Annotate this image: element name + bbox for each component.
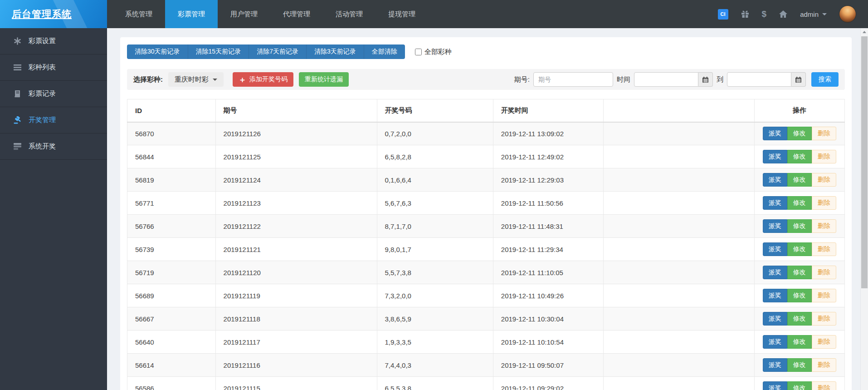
nav-item[interactable]: 用户管理 — [218, 0, 270, 28]
add-draw-number-button[interactable]: ＋ 添加开奖号码 — [233, 72, 293, 87]
numbers-cell: 0,1,6,6,4 — [377, 168, 493, 192]
pay-button[interactable]: 派奖 — [763, 219, 787, 233]
delete-button[interactable]: 删除 — [812, 219, 836, 233]
pay-button[interactable]: 派奖 — [763, 173, 787, 187]
col-time: 开奖时间 — [493, 99, 604, 122]
sidebar-item[interactable]: 彩票记录 — [0, 81, 107, 107]
col-issue: 期号 — [215, 99, 377, 122]
pay-button[interactable]: 派奖 — [763, 196, 787, 210]
issue-cell: 2019121122 — [215, 215, 377, 238]
issue-cell: 2019121126 — [215, 122, 377, 145]
nav-item[interactable]: 系统管理 — [112, 0, 165, 28]
calendar-icon[interactable] — [698, 72, 713, 87]
edit-button[interactable]: 修改 — [787, 335, 812, 349]
pay-button[interactable]: 派奖 — [763, 381, 787, 390]
edit-button[interactable]: 修改 — [787, 289, 812, 302]
pay-button[interactable]: 派奖 — [763, 150, 787, 163]
pay-button[interactable]: 派奖 — [763, 266, 787, 279]
filter-bar: 选择彩种: 重庆时时彩 ＋ 添加开奖号码 重新统计遗漏 期号: 时间 — [127, 69, 845, 90]
scroll-up-button[interactable] — [861, 28, 868, 36]
sidebar-item[interactable]: 系统开奖 — [0, 133, 107, 160]
clear-records-button[interactable]: 清除30天前记录 — [127, 44, 188, 59]
table-row: 5671920191211205,5,7,3,82019-12-11 11:10… — [127, 261, 845, 284]
issue-input[interactable] — [533, 72, 613, 87]
pay-button[interactable]: 派奖 — [763, 242, 787, 256]
to-label: 到 — [717, 75, 723, 84]
empty-cell — [604, 122, 754, 145]
sidebar-item[interactable]: 彩票设置 — [0, 28, 107, 54]
main-content: 清除30天前记录清除15天前记录清除7天前记录清除3天前记录全部清除 全部彩种 … — [107, 28, 860, 390]
actions-cell: 派奖修改删除 — [754, 215, 844, 238]
clear-records-button[interactable]: 清除3天前记录 — [307, 44, 364, 59]
avatar[interactable] — [839, 5, 856, 23]
edit-button[interactable]: 修改 — [787, 242, 812, 256]
pay-button[interactable]: 派奖 — [763, 312, 787, 326]
all-lottery-checkbox-wrap[interactable]: 全部彩种 — [415, 48, 452, 56]
clear-records-button[interactable]: 全部清除 — [364, 44, 405, 59]
row-action-group: 派奖修改删除 — [763, 173, 836, 187]
actions-cell: 派奖修改删除 — [754, 377, 844, 390]
numbers-cell: 0,7,2,0,0 — [377, 122, 493, 145]
edit-button[interactable]: 修改 — [787, 358, 812, 372]
pay-button[interactable]: 派奖 — [763, 358, 787, 372]
top-navbar: 后台管理系统 系统管理彩票管理用户管理代理管理活动管理提现管理 CI $ adm… — [0, 0, 868, 28]
clear-records-button[interactable]: 清除7天前记录 — [249, 44, 307, 59]
edit-button[interactable]: 修改 — [787, 312, 812, 326]
pay-button[interactable]: 派奖 — [763, 335, 787, 349]
pay-button[interactable]: 派奖 — [763, 127, 787, 140]
edit-button[interactable]: 修改 — [787, 219, 812, 233]
delete-button[interactable]: 删除 — [812, 150, 836, 163]
delete-button[interactable]: 删除 — [812, 266, 836, 279]
table-row: 5684420191211256,5,8,2,82019-12-11 12:49… — [127, 145, 845, 168]
numbers-cell: 3,8,6,5,9 — [377, 307, 493, 331]
gift-icon[interactable] — [741, 10, 750, 19]
all-lottery-checkbox[interactable] — [415, 49, 422, 55]
delete-button[interactable]: 删除 — [812, 242, 836, 256]
id-cell: 56819 — [127, 168, 216, 192]
delete-button[interactable]: 删除 — [812, 289, 836, 302]
delete-button[interactable]: 删除 — [812, 335, 836, 349]
delete-button[interactable]: 删除 — [812, 312, 836, 326]
time-to-input[interactable] — [727, 72, 791, 87]
clear-records-button[interactable]: 清除15天前记录 — [188, 44, 249, 59]
nav-item[interactable]: 代理管理 — [270, 0, 323, 28]
scrollbar-thumb[interactable] — [861, 36, 868, 288]
site-stats-icon[interactable]: CI — [718, 9, 728, 20]
nav-item[interactable]: 彩票管理 — [165, 0, 218, 28]
time-cell: 2019-12-11 13:09:02 — [493, 122, 604, 145]
lottery-dropdown[interactable]: 重庆时时彩 — [168, 72, 224, 87]
edit-button[interactable]: 修改 — [787, 127, 812, 140]
time-from-input[interactable] — [634, 72, 698, 87]
empty-cell — [604, 377, 754, 390]
search-button[interactable]: 搜索 — [811, 72, 839, 87]
nav-item[interactable]: 活动管理 — [323, 0, 375, 28]
empty-cell — [604, 331, 754, 354]
recount-missing-button[interactable]: 重新统计遗漏 — [299, 72, 349, 87]
empty-cell — [604, 354, 754, 377]
delete-button[interactable]: 删除 — [812, 173, 836, 187]
delete-button[interactable]: 删除 — [812, 127, 836, 140]
edit-button[interactable]: 修改 — [787, 266, 812, 279]
book-icon — [13, 90, 22, 98]
id-cell: 56667 — [127, 307, 216, 331]
time-cell: 2019-12-11 11:10:05 — [493, 261, 604, 284]
delete-button[interactable]: 删除 — [812, 196, 836, 210]
issue-cell: 2019121119 — [215, 284, 377, 307]
calendar-icon[interactable] — [791, 72, 806, 87]
pay-button[interactable]: 派奖 — [763, 289, 787, 302]
dollar-icon[interactable]: $ — [762, 9, 767, 19]
edit-button[interactable]: 修改 — [787, 150, 812, 163]
empty-cell — [604, 307, 754, 331]
sidebar-item[interactable]: 开奖管理 — [0, 107, 107, 133]
row-action-group: 派奖修改删除 — [763, 312, 836, 326]
delete-button[interactable]: 删除 — [812, 381, 836, 390]
user-menu[interactable]: admin — [800, 10, 827, 18]
edit-button[interactable]: 修改 — [787, 381, 812, 390]
edit-button[interactable]: 修改 — [787, 196, 812, 210]
sidebar-item[interactable]: 彩种列表 — [0, 54, 107, 81]
nav-item[interactable]: 提现管理 — [375, 0, 428, 28]
delete-button[interactable]: 删除 — [812, 358, 836, 372]
edit-button[interactable]: 修改 — [787, 173, 812, 187]
home-icon[interactable] — [779, 10, 788, 19]
vertical-scrollbar[interactable] — [860, 28, 868, 390]
